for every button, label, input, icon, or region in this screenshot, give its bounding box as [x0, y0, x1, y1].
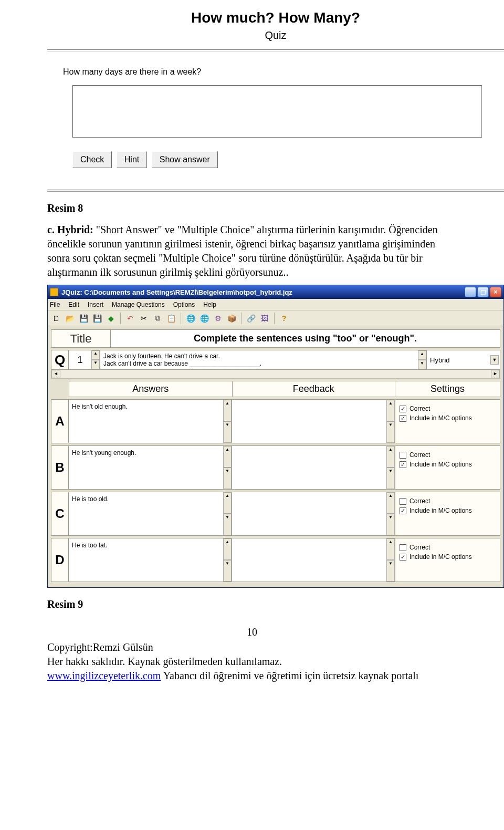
include-checkbox[interactable]: ✓	[400, 461, 406, 468]
answer-row: BHe isn't young enough.▲▼▲▼Correct✓Inclu…	[51, 445, 500, 490]
close-button[interactable]: ×	[490, 287, 501, 297]
correct-checkbox[interactable]	[400, 544, 406, 551]
scroll-down-icon[interactable]: ▼	[223, 421, 232, 443]
package-icon[interactable]: 📦	[225, 312, 238, 325]
settings-icon[interactable]: ⚙	[212, 312, 224, 325]
scroll-down-icon[interactable]: ▼	[223, 468, 232, 489]
answer-text-input[interactable]: He isn't young enough.▲▼	[69, 445, 232, 490]
q-label: Q	[51, 350, 69, 370]
answer-text-input[interactable]: He is too old.▲▼	[69, 492, 232, 536]
save-icon[interactable]: 💾	[77, 312, 90, 325]
minimize-button[interactable]: _	[465, 287, 476, 297]
help-icon[interactable]: ?	[278, 312, 290, 325]
body-text: Resim 8 c. Hybrid: "Short Answer" ve "Mu…	[47, 201, 457, 279]
footer-rights: Her hakkı saklıdır. Kaynak gösterilmeden…	[47, 655, 457, 669]
scroll-up-icon[interactable]: ▲	[386, 538, 395, 560]
page-number: 10	[47, 625, 457, 639]
feedback-input[interactable]: ▲▼	[232, 492, 395, 536]
add-icon[interactable]: ◆	[104, 312, 117, 325]
include-checkbox[interactable]: ✓	[400, 507, 406, 514]
feedback-input[interactable]: ▲▼	[232, 399, 395, 443]
answer-text-input[interactable]: He isn't old enough.▲▼	[69, 399, 232, 443]
scroll-down-icon[interactable]: ▼	[386, 468, 395, 489]
correct-checkbox[interactable]: ✓	[400, 406, 406, 412]
scroll-up-icon[interactable]: ▲	[386, 400, 395, 421]
include-checkbox[interactable]: ✓	[400, 554, 406, 561]
q-number-spin[interactable]: 1 ▲ ▼	[69, 350, 100, 370]
copy-icon[interactable]: ⧉	[151, 312, 164, 325]
scroll-up-icon[interactable]: ▲	[223, 400, 232, 421]
scroll-down-icon[interactable]: ▼	[386, 560, 395, 582]
answer-text-input[interactable]: He is too fat.▲▼	[69, 538, 232, 582]
menu-insert[interactable]: Insert	[88, 301, 103, 308]
new-icon[interactable]: 🗋	[50, 312, 62, 325]
footer-rest: Yabancı dil öğrenimi ve öğretimi için üc…	[161, 670, 418, 681]
check-button[interactable]: Check	[72, 151, 112, 168]
scroll-up-icon[interactable]: ▲	[223, 492, 232, 514]
window-title: JQuiz: C:\Documents and Settings\REMZİ\B…	[61, 288, 464, 296]
question-l2: Jack can't drive a car because _________…	[103, 360, 423, 367]
caption-resim8: Resim 8	[47, 202, 83, 214]
scroll-left-icon[interactable]: ◄	[51, 370, 60, 378]
scroll-up-icon[interactable]: ▲	[386, 446, 395, 468]
quiz-title: How much? How Many?	[47, 9, 504, 26]
header-feedback: Feedback	[233, 381, 396, 397]
answer-input[interactable]	[72, 85, 482, 138]
jquiz-window: JQuiz: C:\Documents and Settings\REMZİ\B…	[47, 285, 504, 588]
horizontal-scrollbar[interactable]: ◄ ►	[51, 370, 500, 379]
question-text-input[interactable]: Jack is only fourteen. He can't drive a …	[100, 350, 427, 370]
spin-down-icon[interactable]: ▼	[91, 360, 100, 369]
maximize-button[interactable]: ▢	[477, 287, 489, 297]
correct-label: Correct	[410, 405, 430, 412]
quiz-question: How many days are there in a week?	[63, 67, 488, 77]
scroll-down-icon[interactable]: ▼	[386, 514, 395, 535]
titlebar: JQuiz: C:\Documents and Settings\REMZİ\B…	[48, 285, 503, 299]
include-label: Include in M/C options	[410, 461, 472, 468]
menu-file[interactable]: File	[50, 301, 60, 308]
correct-checkbox[interactable]	[400, 452, 406, 459]
answer-row: CHe is too old.▲▼▲▼Correct✓Include in M/…	[51, 492, 500, 536]
scroll-down-icon[interactable]: ▼	[386, 421, 395, 443]
quiz-card: How much? How Many? Quiz How many days a…	[47, 9, 504, 192]
show-answer-button[interactable]: Show answer	[152, 151, 218, 168]
footer-copyright: Copyright:Remzi Gülsün	[47, 640, 457, 655]
question-type-select[interactable]: Hybrid ▼	[427, 350, 500, 370]
include-label: Include in M/C options	[410, 553, 472, 561]
header-answers: Answers	[69, 381, 233, 397]
menu-options[interactable]: Options	[173, 301, 195, 308]
spin-up-icon[interactable]: ▲	[91, 350, 100, 360]
hint-button[interactable]: Hint	[117, 151, 147, 168]
scroll-up-icon[interactable]: ▲	[223, 446, 232, 468]
feedback-input[interactable]: ▲▼	[232, 445, 395, 490]
image-icon[interactable]: 🖼	[258, 312, 271, 325]
menu-manage-questions[interactable]: Manage Questions	[112, 301, 165, 308]
paste-icon[interactable]: 📋	[165, 312, 177, 325]
scroll-up-icon[interactable]: ▲	[386, 492, 395, 514]
include-checkbox[interactable]: ✓	[400, 415, 406, 422]
include-label: Include in M/C options	[410, 414, 472, 422]
include-label: Include in M/C options	[410, 507, 472, 514]
undo-icon[interactable]: ↶	[124, 312, 136, 325]
scroll-right-icon[interactable]: ►	[491, 370, 500, 378]
cut-icon[interactable]: ✂	[138, 312, 150, 325]
scroll-up-icon[interactable]: ▲	[223, 538, 232, 560]
correct-checkbox[interactable]	[400, 498, 406, 505]
globe2-icon[interactable]: 🌐	[198, 312, 211, 325]
feedback-input[interactable]: ▲▼	[232, 538, 395, 582]
answer-letter: B	[51, 445, 69, 490]
app-icon	[50, 288, 58, 296]
link-icon[interactable]: 🔗	[245, 312, 257, 325]
open-icon[interactable]: 📂	[64, 312, 76, 325]
scroll-down-icon[interactable]: ▼	[223, 514, 232, 535]
scroll-down-icon[interactable]: ▼	[223, 560, 232, 582]
answer-row: AHe isn't old enough.▲▼▲▼✓Correct✓Includ…	[51, 399, 500, 443]
menu-help[interactable]: Help	[203, 301, 216, 308]
menu-edit[interactable]: Edit	[68, 301, 79, 308]
save-as-icon[interactable]: 💾	[91, 312, 103, 325]
globe-icon[interactable]: 🌐	[184, 312, 197, 325]
title-input[interactable]: Complete the sentences using "too" or "e…	[111, 329, 500, 348]
scroll-up-icon[interactable]: ▲	[418, 350, 426, 360]
footer-link[interactable]: www.ingilizceyeterlik.com	[47, 670, 161, 681]
settings-cell: ✓Correct✓Include in M/C options	[395, 399, 500, 443]
scroll-down-icon[interactable]: ▼	[418, 360, 426, 369]
